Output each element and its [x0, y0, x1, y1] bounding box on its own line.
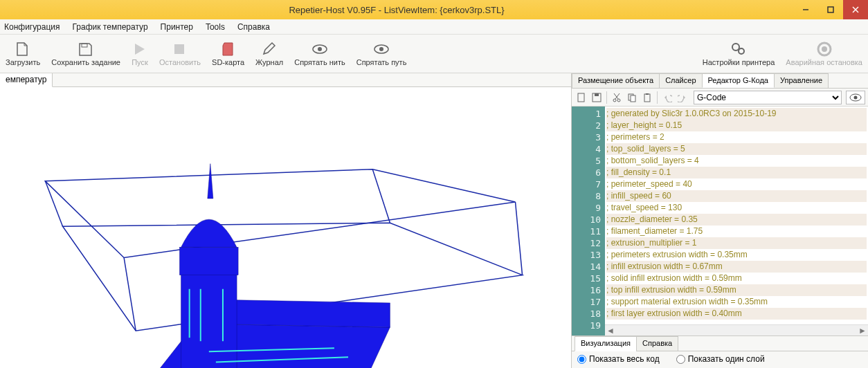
printer-settings-button[interactable]: Настройки принтера — [697, 35, 781, 73]
line-gutter: 12345678910111213141516171819 — [572, 107, 605, 335]
menu-help[interactable]: Справка — [237, 22, 270, 32]
svg-rect-1 — [828, 7, 833, 12]
svg-rect-37 — [646, 93, 649, 95]
svg-rect-35 — [631, 95, 635, 102]
gcode-editor[interactable]: 12345678910111213141516171819 ; generate… — [572, 107, 868, 335]
hide-filament-button[interactable]: Спрятать нить — [289, 35, 350, 73]
redo-button[interactable] — [676, 91, 689, 104]
code-line[interactable]: ; infill_speed = 60 — [606, 190, 867, 202]
menu-printer[interactable]: Принтер — [161, 22, 193, 32]
window-buttons — [793, 0, 868, 19]
svg-rect-29 — [595, 93, 599, 96]
scroll-right-icon[interactable]: ► — [857, 326, 868, 335]
editor-toolbar: G-Code — [572, 89, 868, 107]
run-button[interactable]: Пуск — [126, 35, 154, 73]
right-tabstrip: Размещение объекта Слайсер Редактор G-Ко… — [572, 73, 868, 89]
main-toolbar: Загрузить Сохранить задание Пуск Останов… — [0, 35, 868, 73]
radio-show-all[interactable]: Показать весь код — [577, 354, 660, 364]
gears-icon — [730, 42, 747, 57]
tab-temperature[interactable]: емператур — [0, 73, 53, 87]
undo-button[interactable] — [660, 91, 674, 104]
copy-button[interactable] — [625, 91, 639, 104]
svg-point-39 — [854, 95, 858, 99]
menu-tools[interactable]: Tools — [206, 22, 225, 32]
minimize-button[interactable] — [793, 0, 818, 19]
code-line[interactable]: ; generated by Slic3r 1.0.0RC3 on 2015-1… — [606, 108, 867, 120]
svg-line-15 — [372, 169, 390, 223]
tab-slicer[interactable]: Слайсер — [659, 73, 702, 88]
eye-icon — [311, 42, 328, 57]
pencil-icon — [261, 42, 278, 57]
code-line[interactable]: ; filament_diameter = 1.75 — [606, 226, 867, 237]
gcode-script-select[interactable]: G-Code — [694, 91, 842, 104]
code-line[interactable]: ; solid infill extrusion width = 0.59mm — [606, 273, 867, 284]
radio-show-one[interactable]: Показать один слой — [676, 354, 765, 364]
code-line[interactable]: ; infill extrusion width = 0.67mm — [606, 261, 867, 273]
save-file-button[interactable] — [590, 91, 604, 104]
svg-rect-27 — [578, 93, 584, 102]
code-line[interactable]: ; perimeter_speed = 40 — [606, 178, 867, 190]
code-line[interactable]: ; layer_height = 0.15 — [606, 120, 867, 131]
separator — [657, 91, 658, 104]
tab-object-placement[interactable]: Размещение объекта — [572, 73, 660, 88]
svg-line-16 — [516, 202, 523, 275]
log-button[interactable]: Журнал — [250, 35, 289, 73]
svg-point-10 — [732, 44, 739, 50]
svg-rect-21 — [180, 247, 239, 275]
save-icon — [78, 42, 94, 57]
radio-show-one-input[interactable] — [676, 355, 685, 364]
sd-card-icon — [220, 42, 237, 57]
svg-point-9 — [379, 47, 383, 51]
new-file-button[interactable] — [575, 91, 588, 104]
eye-icon — [373, 42, 390, 57]
preview-button[interactable] — [846, 91, 865, 104]
code-lines[interactable]: ; generated by Slic3r 1.0.0RC3 on 2015-1… — [605, 107, 868, 335]
code-line[interactable]: ; perimeters = 2 — [606, 131, 867, 143]
code-line[interactable]: ; extrusion_multiplier = 1 — [606, 237, 867, 249]
minimize-icon — [802, 6, 809, 13]
close-icon — [852, 6, 859, 13]
code-line[interactable]: ; nozzle_diameter = 0.35 — [606, 214, 867, 226]
code-line[interactable]: ; top infill extrusion width = 0.59mm — [606, 284, 867, 296]
cut-button[interactable] — [610, 91, 624, 104]
radio-show-all-input[interactable] — [577, 355, 586, 364]
code-line[interactable]: ; travel_speed = 130 — [606, 202, 867, 214]
close-button[interactable] — [843, 0, 868, 19]
svg-point-30 — [613, 99, 616, 102]
main-area: емператур — [0, 73, 868, 368]
save-job-button[interactable]: Сохранить задание — [46, 35, 126, 73]
eye-icon — [849, 93, 862, 102]
separator — [606, 91, 607, 104]
tab-gcode-editor[interactable]: Редактор G-Кода — [702, 73, 775, 88]
viz-tabstrip: Визуализация Справка — [572, 336, 868, 351]
emergency-icon — [816, 42, 833, 57]
tab-visualization[interactable]: Визуализация — [575, 336, 637, 351]
paste-button[interactable] — [640, 91, 654, 104]
scroll-left-icon[interactable]: ◄ — [605, 326, 616, 335]
svg-point-31 — [617, 99, 620, 102]
code-line[interactable]: ; fill_density = 0.1 — [606, 167, 867, 178]
stop-icon — [172, 42, 188, 57]
title-bar: Repetier-Host V0.95F - ListViewItem: {ce… — [0, 0, 868, 19]
hide-travel-button[interactable]: Спрятать путь — [351, 35, 413, 73]
emergency-stop-button[interactable]: Аварийная остановка — [780, 35, 868, 73]
load-button[interactable]: Загрузить — [0, 35, 46, 73]
code-line[interactable]: ; first layer extrusion width = 0.40mm — [606, 308, 867, 320]
code-line[interactable]: ; bottom_solid_layers = 4 — [606, 155, 867, 167]
svg-point-11 — [739, 48, 744, 54]
3d-viewport[interactable] — [0, 87, 571, 368]
menu-temp-graph[interactable]: График температур — [73, 22, 148, 32]
play-icon — [132, 42, 148, 57]
stop-button[interactable]: Остановить — [154, 35, 206, 73]
code-line[interactable]: ; top_solid_layers = 5 — [606, 143, 867, 155]
tab-manual-control[interactable]: Управление — [774, 73, 829, 88]
maximize-button[interactable] — [818, 0, 843, 19]
menu-config[interactable]: Конфигурация — [4, 22, 60, 32]
code-line[interactable]: ; support material extrusion width = 0.3… — [606, 296, 867, 308]
viz-options: Показать весь код Показать один слой — [572, 351, 868, 367]
horizontal-scrollbar[interactable]: ◄ ► — [605, 324, 868, 335]
svg-line-17 — [124, 257, 136, 331]
sd-card-button[interactable]: SD-карта — [206, 35, 250, 73]
code-line[interactable]: ; perimeters extrusion width = 0.35mm — [606, 249, 867, 261]
tab-help[interactable]: Справка — [636, 336, 678, 351]
